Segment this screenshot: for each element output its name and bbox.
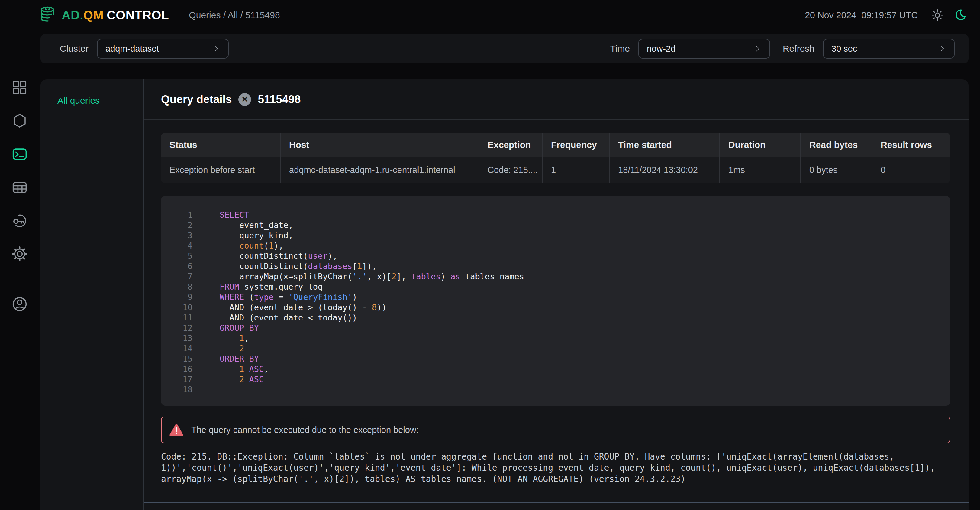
code-text: 2: [192, 343, 244, 354]
refresh-select[interactable]: 30 sec: [823, 39, 955, 59]
line-number: 11: [161, 312, 192, 323]
code-line: 13 1,: [161, 333, 950, 343]
warning-text: The query cannot be executed due to the …: [191, 425, 419, 435]
line-number: 10: [161, 302, 192, 312]
logo-db-icon: [38, 6, 57, 24]
time-label: Time: [610, 43, 630, 54]
chevron-right-icon: [212, 45, 220, 53]
code-line: 18: [161, 384, 950, 395]
code-text: event_date,: [192, 220, 293, 230]
rail-divider: [10, 279, 29, 279]
top-header: AD.QMCONTROL Queries / All / 5115498 20 …: [0, 0, 980, 30]
query-details-section: Query details ✕ 5115498 StatusHostExcept…: [144, 79, 969, 510]
chevron-right-icon: [938, 45, 946, 53]
table-row: Exception before startadqmc-dataset-adqm…: [161, 157, 950, 183]
code-line: 15ORDER BY: [161, 354, 950, 364]
sidebar-item-all-queries[interactable]: All queries: [57, 96, 100, 105]
code-text: WHERE (type = 'QueryFinish'): [192, 292, 357, 302]
code-line: 3 query_kind,: [161, 230, 950, 241]
table-header-cell: Result rows: [872, 133, 950, 157]
refresh-select-value: 30 sec: [831, 44, 857, 54]
line-number: 12: [161, 323, 192, 333]
query-details-body: StatusHostExceptionFrequencyTime started…: [144, 133, 969, 484]
line-number: 15: [161, 354, 192, 364]
cluster-select-value: adqm-dataset: [105, 44, 159, 54]
table-cell: 1: [542, 157, 609, 183]
code-line: 5 countDistinct(user),: [161, 251, 950, 261]
line-number: 6: [161, 261, 192, 271]
exception-message: Code: 215. DB::Exception: Column `tables…: [161, 451, 951, 484]
queries-subnav: All queries: [40, 79, 144, 510]
brand-logo[interactable]: AD.QMCONTROL: [38, 6, 169, 24]
query-summary-table: StatusHostExceptionFrequencyTime started…: [161, 133, 950, 183]
terminal-queries-icon[interactable]: [11, 146, 28, 163]
code-text: AND (event_date < today()): [192, 312, 357, 323]
line-number: 16: [161, 364, 192, 374]
line-number: 17: [161, 374, 192, 384]
code-text: countDistinct(databases[1]),: [192, 261, 377, 271]
table-cell: 0 bytes: [801, 157, 872, 183]
code-line: 16 1 ASC,: [161, 364, 950, 374]
code-line: 11 AND (event_date < today()): [161, 312, 950, 323]
line-number: 13: [161, 333, 192, 343]
cluster-label: Cluster: [60, 43, 89, 54]
current-datetime: 20 Nov 2024 09:19:57 UTC: [805, 10, 918, 20]
line-number: 5: [161, 251, 192, 261]
line-number: 1: [161, 210, 192, 220]
dashboard-grid-icon[interactable]: [11, 79, 28, 96]
breadcrumb[interactable]: Queries / All / 5115498: [189, 10, 280, 20]
hexagon-nodes-icon[interactable]: [11, 112, 28, 129]
code-line: 1SELECT: [161, 210, 950, 220]
code-text: count(1),: [192, 241, 283, 251]
exception-line: arrayMap(x -> (splitByChar('.', x)[2]), …: [161, 473, 951, 484]
code-text: GROUP BY: [192, 323, 259, 333]
table-header-cell: Status: [161, 133, 281, 157]
code-line: 12GROUP BY: [161, 323, 950, 333]
key-access-icon[interactable]: [11, 212, 28, 229]
line-number: 2: [161, 220, 192, 230]
exception-line: 1))','count()','uniqExact(user)','query_…: [161, 462, 951, 473]
settings-gear-icon[interactable]: [11, 245, 28, 262]
code-line: 9WHERE (type = 'QueryFinish'): [161, 292, 950, 302]
user-account-icon[interactable]: [11, 296, 28, 312]
line-number: 18: [161, 384, 192, 395]
table-cell: Exception before start: [161, 157, 281, 183]
table-header-cell: Exception: [479, 133, 542, 157]
table-header-cell: Read bytes: [801, 133, 872, 157]
brand-text: AD.QMCONTROL: [62, 8, 169, 22]
time-select-value: now-2d: [647, 44, 676, 54]
toolbar-right: Time now-2d Refresh 30 sec: [610, 39, 955, 59]
cluster-select[interactable]: adqm-dataset: [97, 39, 229, 59]
code-line: 8FROM system.query_log: [161, 282, 950, 292]
code-line: 7 arrayMap(x→splitByChar('.', x)[2], tab…: [161, 271, 950, 282]
sun-icon[interactable]: [931, 9, 944, 21]
brand-control: CONTROL: [107, 8, 169, 22]
code-line: 14 2: [161, 343, 950, 354]
main-panel: All queries Query details ✕ 5115498 Stat…: [40, 79, 969, 510]
moon-icon[interactable]: [954, 9, 967, 21]
close-icon[interactable]: ✕: [239, 93, 251, 106]
code-text: query_kind,: [192, 230, 293, 241]
code-line: 4 count(1),: [161, 241, 950, 251]
line-number: 9: [161, 292, 192, 302]
code-line: 10 AND (event_date > (today() - 8)): [161, 302, 950, 312]
brand-qm: QM: [83, 8, 103, 22]
line-number: 7: [161, 271, 192, 282]
table-cell: 0: [872, 157, 950, 183]
line-number: 14: [161, 343, 192, 354]
theme-toggle: [931, 9, 967, 21]
line-number: 8: [161, 282, 192, 292]
query-details-header: Query details ✕ 5115498: [144, 79, 969, 120]
code-line: 6 countDistinct(databases[1]),: [161, 261, 950, 271]
table-cell: Code: 215....: [479, 157, 542, 183]
code-line: 2 event_date,: [161, 220, 950, 230]
time-select[interactable]: now-2d: [638, 39, 770, 59]
table-header-cell: Host: [281, 133, 479, 157]
code-text: SELECT: [192, 210, 249, 220]
code-text: 1,: [192, 333, 249, 343]
sidebar-rail: [0, 79, 39, 312]
table-data-icon[interactable]: [11, 179, 28, 196]
code-text: 2 ASC: [192, 374, 264, 384]
line-number: 3: [161, 230, 192, 241]
table-header-cell: Time started: [609, 133, 720, 157]
